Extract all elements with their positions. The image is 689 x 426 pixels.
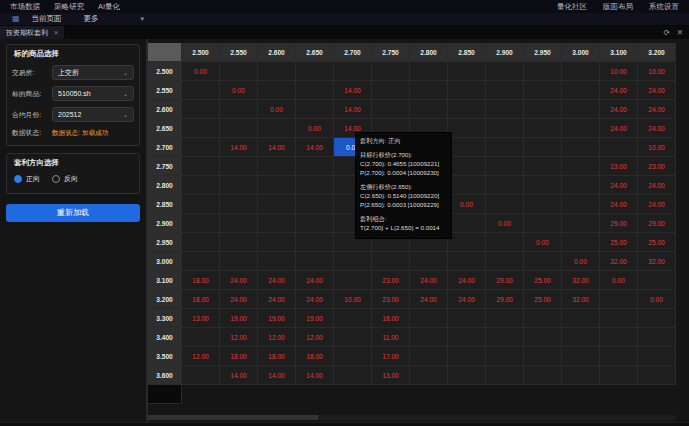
matrix-cell[interactable] bbox=[524, 81, 562, 100]
matrix-cell[interactable] bbox=[524, 138, 562, 157]
matrix-cell[interactable]: 24.00 bbox=[638, 195, 676, 214]
matrix-cell[interactable]: 24.00 bbox=[600, 195, 638, 214]
matrix-cell[interactable]: 14.00 bbox=[258, 138, 296, 157]
matrix-cell[interactable] bbox=[486, 176, 524, 195]
matrix-cell[interactable] bbox=[524, 214, 562, 233]
matrix-cell[interactable] bbox=[220, 214, 258, 233]
matrix-cell[interactable] bbox=[296, 157, 334, 176]
matrix-cell[interactable]: 0.00 bbox=[220, 81, 258, 100]
matrix-cell[interactable] bbox=[258, 195, 296, 214]
matrix-cell[interactable] bbox=[524, 62, 562, 81]
matrix-cell[interactable] bbox=[448, 100, 486, 119]
matrix-cell[interactable] bbox=[182, 138, 220, 157]
matrix-cell[interactable] bbox=[296, 195, 334, 214]
matrix-cell[interactable]: 18.00 bbox=[258, 347, 296, 366]
matrix-cell[interactable] bbox=[562, 138, 600, 157]
matrix-cell[interactable]: 14.00 bbox=[296, 138, 334, 157]
matrix-cell[interactable] bbox=[486, 119, 524, 138]
matrix-cell[interactable] bbox=[296, 62, 334, 81]
matrix-cell[interactable]: 0.00 bbox=[600, 271, 638, 290]
toolbar-more[interactable]: 更多 bbox=[84, 14, 99, 24]
matrix-cell[interactable] bbox=[220, 62, 258, 81]
matrix-cell[interactable] bbox=[562, 100, 600, 119]
matrix-cell[interactable]: 19.00 bbox=[296, 309, 334, 328]
matrix-cell[interactable] bbox=[372, 62, 410, 81]
matrix-cell[interactable]: 24.00 bbox=[448, 290, 486, 309]
matrix-cell[interactable] bbox=[600, 328, 638, 347]
matrix-cell[interactable] bbox=[296, 233, 334, 252]
matrix-cell[interactable]: 29.00 bbox=[638, 214, 676, 233]
horizontal-scrollbar[interactable] bbox=[148, 415, 676, 420]
matrix-cell[interactable] bbox=[410, 328, 448, 347]
radio-reverse[interactable]: 反向 bbox=[52, 174, 78, 184]
matrix-cell[interactable] bbox=[334, 271, 372, 290]
matrix-cell[interactable] bbox=[486, 62, 524, 81]
matrix-cell[interactable]: 24.00 bbox=[638, 176, 676, 195]
matrix-cell[interactable] bbox=[182, 252, 220, 271]
matrix-cell[interactable] bbox=[600, 138, 638, 157]
matrix-cell[interactable] bbox=[448, 62, 486, 81]
matrix-cell[interactable] bbox=[448, 309, 486, 328]
matrix-cell[interactable]: 32.00 bbox=[562, 290, 600, 309]
matrix-cell[interactable]: 18.00 bbox=[372, 309, 410, 328]
matrix-cell[interactable] bbox=[562, 309, 600, 328]
matrix-cell[interactable] bbox=[562, 81, 600, 100]
matrix-cell[interactable] bbox=[182, 81, 220, 100]
matrix-cell[interactable] bbox=[486, 252, 524, 271]
matrix-cell[interactable]: 24.00 bbox=[220, 271, 258, 290]
matrix-cell[interactable] bbox=[182, 176, 220, 195]
matrix-cell[interactable] bbox=[410, 100, 448, 119]
matrix-cell[interactable] bbox=[258, 62, 296, 81]
matrix-cell[interactable]: 18.00 bbox=[296, 347, 334, 366]
matrix-cell[interactable] bbox=[182, 366, 220, 385]
matrix-cell[interactable]: 0.00 bbox=[524, 233, 562, 252]
matrix-cell[interactable]: 11.00 bbox=[372, 328, 410, 347]
matrix-cell[interactable]: 25.00 bbox=[524, 271, 562, 290]
matrix-cell[interactable] bbox=[524, 195, 562, 214]
matrix-cell[interactable] bbox=[524, 309, 562, 328]
matrix-cell[interactable] bbox=[638, 271, 676, 290]
matrix-cell[interactable]: 0.00 bbox=[182, 62, 220, 81]
matrix-cell[interactable]: 23.00 bbox=[372, 271, 410, 290]
matrix-cell[interactable] bbox=[448, 119, 486, 138]
matrix-cell[interactable]: 12.00 bbox=[258, 328, 296, 347]
menu-layout[interactable]: 版面布局 bbox=[603, 2, 633, 12]
matrix-cell[interactable] bbox=[182, 214, 220, 233]
matrix-cell[interactable] bbox=[334, 62, 372, 81]
matrix-cell[interactable] bbox=[296, 100, 334, 119]
matrix-cell[interactable] bbox=[562, 347, 600, 366]
matrix-cell[interactable] bbox=[562, 366, 600, 385]
matrix-cell[interactable]: 19.00 bbox=[220, 309, 258, 328]
matrix-cell[interactable] bbox=[258, 233, 296, 252]
reload-button[interactable]: 重新加载 bbox=[6, 204, 140, 222]
matrix-cell[interactable] bbox=[524, 252, 562, 271]
matrix-cell[interactable] bbox=[334, 328, 372, 347]
matrix-cell[interactable]: 0.00 bbox=[448, 195, 486, 214]
matrix-cell[interactable] bbox=[182, 119, 220, 138]
matrix-cell[interactable]: 23.00 bbox=[600, 157, 638, 176]
contract-month-select[interactable]: 202512 ⌄ bbox=[52, 107, 134, 122]
chevron-down-icon[interactable]: ▾ bbox=[141, 15, 145, 23]
matrix-cell[interactable] bbox=[562, 214, 600, 233]
matrix-cell[interactable]: 24.00 bbox=[410, 271, 448, 290]
matrix-cell[interactable] bbox=[220, 157, 258, 176]
matrix-cell[interactable] bbox=[486, 100, 524, 119]
matrix-cell[interactable] bbox=[220, 119, 258, 138]
matrix-cell[interactable]: 24.00 bbox=[258, 290, 296, 309]
matrix-cell[interactable] bbox=[334, 309, 372, 328]
matrix-cell[interactable] bbox=[220, 252, 258, 271]
matrix-cell[interactable] bbox=[562, 157, 600, 176]
matrix-cell[interactable]: 24.00 bbox=[638, 100, 676, 119]
matrix-cell[interactable]: 32.00 bbox=[600, 252, 638, 271]
matrix-cell[interactable] bbox=[600, 347, 638, 366]
exchange-select[interactable]: 上交所 ⌄ bbox=[52, 65, 134, 80]
matrix-cell[interactable] bbox=[410, 81, 448, 100]
matrix-cell[interactable]: 10.00 bbox=[334, 290, 372, 309]
menu-market-data[interactable]: 市场数据 bbox=[10, 2, 40, 12]
matrix-cell[interactable] bbox=[220, 176, 258, 195]
matrix-cell[interactable]: 0.00 bbox=[258, 100, 296, 119]
matrix-cell[interactable] bbox=[334, 252, 372, 271]
matrix-cell[interactable]: 17.00 bbox=[372, 347, 410, 366]
menu-strategy-research[interactable]: 策略研究 bbox=[54, 2, 84, 12]
matrix-cell[interactable]: 14.00 bbox=[296, 366, 334, 385]
